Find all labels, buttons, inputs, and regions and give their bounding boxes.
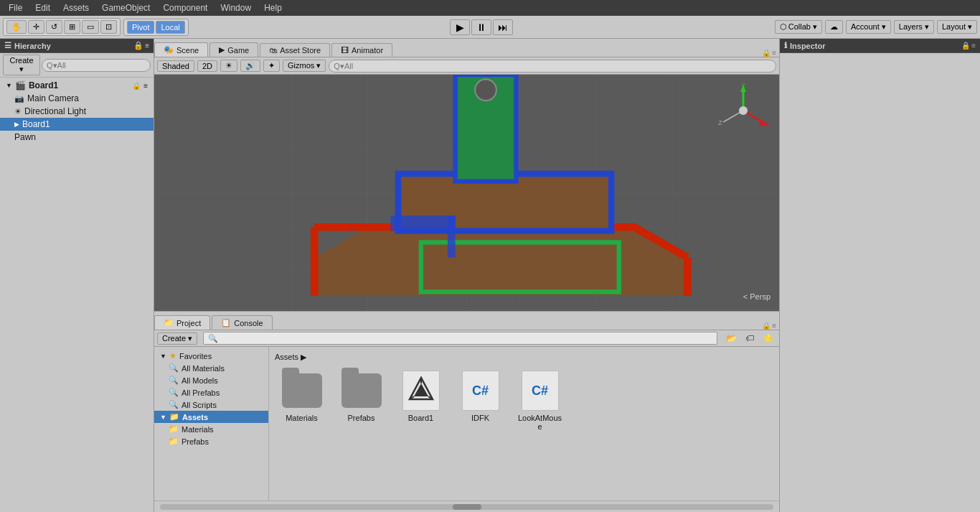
fx-btn[interactable]: ✦	[263, 60, 280, 72]
hierarchy-search[interactable]	[42, 59, 151, 72]
local-btn[interactable]: Local	[156, 21, 184, 34]
scene-canvas	[154, 75, 779, 311]
asset-prefabs[interactable]: Prefabs	[334, 368, 388, 434]
hier-directional-light[interactable]: ☀ Directional Light	[0, 105, 154, 118]
layout-button[interactable]: Layout ▾	[937, 20, 977, 34]
assets-arrow: ▼	[160, 414, 166, 421]
scale-tool[interactable]: ⊞	[64, 20, 80, 34]
menu-window[interactable]: Window	[215, 1, 257, 14]
bottom-scrollbar[interactable]	[154, 501, 779, 512]
scene-tab-icon: 🎭	[164, 45, 174, 55]
scene-panel-lock-icon: 🔒	[762, 49, 771, 57]
assetstore-tab-label: Asset Store	[280, 46, 321, 55]
rect-tool[interactable]: ▭	[82, 20, 99, 34]
menu-component[interactable]: Component	[157, 1, 213, 14]
menu-file[interactable]: File	[3, 1, 28, 14]
light-icon: ☀	[14, 107, 22, 116]
scene-menu-icon: ≡	[143, 82, 148, 90]
hierarchy-title: Hierarchy	[14, 42, 51, 50]
favorites-group[interactable]: ▼ ★ Favorites	[154, 350, 268, 362]
project-search[interactable]	[203, 332, 717, 345]
pivot-group: Pivot Local	[123, 19, 189, 36]
fav-all-models[interactable]: 🔍 All Models	[154, 374, 268, 386]
hier-main-camera[interactable]: 📷 Main Camera	[0, 92, 154, 105]
pause-button[interactable]: ⏸	[471, 19, 491, 35]
account-button[interactable]: Account ▾	[846, 20, 891, 34]
proj-label-btn[interactable]: 🏷	[743, 332, 757, 344]
layers-button[interactable]: Layers ▾	[894, 20, 934, 34]
tab-animator[interactable]: 🎞 Animator	[331, 43, 392, 57]
project-create-btn[interactable]: Create ▾	[157, 332, 197, 345]
persp-label: < Persp	[743, 292, 771, 301]
move-tool[interactable]: ✛	[28, 20, 44, 34]
scene-viewport[interactable]: Y X Z < Persp	[154, 75, 779, 311]
lighting-btn[interactable]: ☀	[220, 60, 237, 72]
fav-arrow: ▼	[160, 353, 166, 360]
prefabs-icon	[341, 371, 382, 411]
svg-rect-21	[390, 215, 455, 231]
tab-scene[interactable]: 🎭 Scene	[154, 42, 208, 57]
assets-folder-icon: 📁	[169, 412, 179, 422]
tab-asset-store[interactable]: 🛍 Asset Store	[260, 43, 330, 57]
assets-group[interactable]: ▼ 📁 Assets	[154, 411, 268, 423]
gizmos-btn[interactable]: Gizmos ▾	[283, 60, 326, 72]
svg-point-31	[739, 106, 748, 115]
multi-tool[interactable]: ⊡	[100, 20, 117, 34]
hier-board1[interactable]: ▶ Board1	[0, 118, 154, 131]
asset-idfk[interactable]: C# IDFK	[453, 368, 507, 434]
hierarchy-create-btn[interactable]: Create ▾	[3, 55, 40, 75]
asset-lookatmouse[interactable]: C# LookAtMouse	[513, 368, 567, 434]
scene-panel-menu-icon: ≡	[772, 49, 776, 57]
menu-edit[interactable]: Edit	[29, 1, 56, 14]
menu-assets[interactable]: Assets	[57, 1, 95, 14]
cloud-button[interactable]: ☁	[825, 20, 843, 34]
hier-pawn[interactable]: Pawn	[0, 131, 154, 144]
svg-text:Y: Y	[741, 82, 745, 89]
fav-all-materials[interactable]: 🔍 All Materials	[154, 362, 268, 374]
menu-gameobject[interactable]: GameObject	[96, 1, 156, 14]
menu-bar: File Edit Assets GameObject Component Wi…	[0, 0, 980, 16]
hierarchy-scene-root[interactable]: ▼ 🎬 Board1 🔒 ≡	[0, 79, 154, 92]
hierarchy-lock-area: 🔒 ≡	[133, 41, 149, 50]
play-button[interactable]: ▶	[450, 19, 470, 35]
fav-all-scripts[interactable]: 🔍 All Scripts	[154, 399, 268, 411]
svg-text:X: X	[765, 121, 769, 129]
materials-folder-icon: 📁	[169, 424, 179, 434]
scene-name: Board1	[29, 80, 58, 90]
idfk-cs-label: C#	[472, 383, 489, 399]
project-tree: ▼ ★ Favorites 🔍 All Materials 🔍 All Mode…	[154, 347, 269, 501]
pivot-btn[interactable]: Pivot	[127, 21, 154, 34]
proj-star-btn[interactable]: ⭐	[760, 332, 776, 344]
tab-project[interactable]: 📁 Project	[154, 315, 210, 330]
favorites-label: Favorites	[179, 352, 212, 360]
2d-btn[interactable]: 2D	[197, 60, 217, 72]
hierarchy-lock-icon: 🔒	[133, 41, 143, 50]
main-area: ☰ Hierarchy 🔒 ≡ Create ▾ ▼ 🎬 Board1 🔒 ≡ …	[0, 39, 980, 512]
fav-search-icon3: 🔍	[169, 388, 179, 397]
asset-materials[interactable]: Materials	[275, 368, 329, 434]
menu-help[interactable]: Help	[258, 1, 288, 14]
step-button[interactable]: ⏭	[493, 19, 513, 35]
tree-materials[interactable]: 📁 Materials	[154, 423, 268, 435]
scene-search[interactable]	[329, 60, 776, 73]
collab-button[interactable]: ⬡ Collab ▾	[775, 20, 822, 34]
game-tab-icon: ▶	[219, 45, 225, 55]
asset-board1[interactable]: Board1	[394, 368, 448, 434]
audio-btn[interactable]: 🔊	[240, 60, 260, 72]
scene-icon: 🎬	[15, 80, 26, 90]
fav-search-icon: 🔍	[169, 363, 179, 373]
lookatmouse-icon: C#	[520, 371, 560, 411]
tree-prefabs[interactable]: 📁 Prefabs	[154, 435, 268, 447]
hand-tool[interactable]: ✋	[6, 20, 27, 34]
fav-search-icon2: 🔍	[169, 376, 179, 385]
tab-console[interactable]: 📋 Console	[212, 315, 272, 330]
rotate-tool[interactable]: ↺	[46, 20, 62, 34]
fav-all-prefabs[interactable]: 🔍 All Prefabs	[154, 386, 268, 399]
all-models-label: All Models	[182, 376, 218, 385]
tab-game[interactable]: ▶ Game	[209, 42, 258, 57]
hierarchy-menu-icon: ≡	[145, 42, 149, 50]
shading-dropdown[interactable]: Shaded	[157, 60, 194, 72]
idfk-csharp-icon: C#	[462, 371, 499, 411]
proj-folder-btn[interactable]: 📂	[723, 332, 740, 344]
breadcrumb: Assets ▶	[275, 353, 773, 362]
